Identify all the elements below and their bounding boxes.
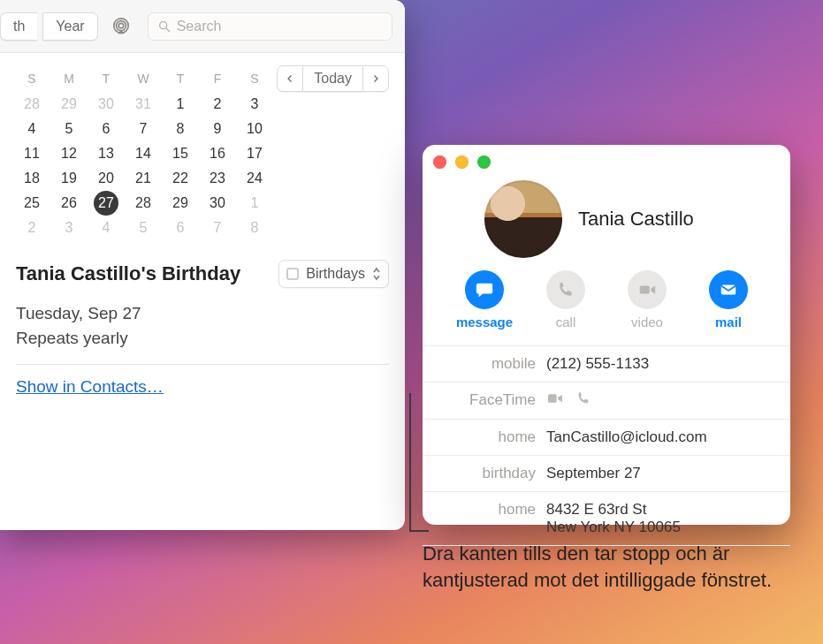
day-cell[interactable]: 8	[164, 117, 196, 141]
field-value[interactable]: TanCastillo@icloud.com	[546, 428, 774, 446]
day-cell[interactable]: 11	[16, 141, 48, 166]
day-cell[interactable]: 6	[90, 117, 122, 141]
field-value[interactable]: 8432 E 63rd St New York NY 10065	[546, 501, 774, 536]
facetime-audio-icon[interactable]	[576, 391, 591, 410]
day-cell[interactable]: 2	[202, 92, 233, 117]
day-cell[interactable]: 31	[127, 92, 159, 117]
avatar[interactable]	[484, 180, 562, 258]
mail-label: mail	[715, 314, 742, 330]
day-cell[interactable]: 26	[53, 191, 85, 216]
field-home-email: home TanCastillo@icloud.com	[423, 419, 790, 455]
day-cell[interactable]: 3	[239, 92, 271, 117]
airplay-icon[interactable]	[109, 14, 133, 39]
day-cell[interactable]: 5	[127, 216, 159, 240]
day-cell[interactable]: 5	[53, 117, 85, 141]
divider	[16, 364, 389, 365]
dow-label: S	[239, 72, 271, 86]
dow-label: T	[90, 72, 122, 86]
day-cell[interactable]: 12	[53, 141, 85, 166]
dow-label: F	[202, 72, 233, 86]
week-row: 2526272829301	[16, 191, 389, 216]
day-cell[interactable]: 4	[90, 216, 122, 240]
field-label: home	[423, 428, 546, 446]
day-cell[interactable]: 3	[53, 216, 85, 240]
call-action[interactable]: call	[535, 270, 597, 330]
field-label: mobile	[423, 355, 546, 373]
day-cell[interactable]: 8	[239, 216, 271, 240]
svg-rect-7	[548, 394, 557, 403]
video-action[interactable]: video	[616, 270, 678, 330]
close-window-button[interactable]	[433, 155, 446, 169]
day-cell[interactable]: 1	[164, 92, 196, 117]
facetime-video-icon[interactable]	[546, 391, 564, 410]
day-cell[interactable]: 14	[127, 141, 159, 166]
day-cell[interactable]: 24	[239, 166, 271, 191]
day-cell[interactable]: 29	[164, 191, 196, 216]
day-cell[interactable]: 23	[202, 166, 233, 191]
day-cell[interactable]: 25	[16, 191, 48, 216]
day-cell[interactable]: 4	[16, 117, 48, 141]
week-row: 28293031123	[16, 92, 389, 117]
search-icon	[157, 19, 171, 34]
view-month-button[interactable]: th	[0, 12, 37, 41]
calendar-toolbar: th Year Search	[0, 0, 405, 53]
day-cell[interactable]: 28	[16, 92, 48, 117]
day-cell[interactable]: 1	[239, 191, 271, 216]
chevron-right-icon	[370, 73, 381, 84]
event-date: Tuesday, Sep 27	[16, 304, 389, 323]
svg-line-4	[166, 28, 170, 32]
day-cell[interactable]: 21	[127, 166, 159, 191]
field-facetime: FaceTime	[423, 382, 790, 419]
facetime-icons	[546, 391, 774, 410]
today-button[interactable]: Today	[303, 65, 362, 92]
day-cell[interactable]: 16	[202, 141, 233, 166]
day-cell[interactable]: 15	[164, 141, 196, 166]
day-cell[interactable]: 17	[239, 141, 271, 166]
day-cell[interactable]: 6	[164, 216, 196, 240]
day-cell[interactable]: 7	[202, 216, 233, 240]
day-cell[interactable]: 28	[127, 191, 159, 216]
today-cell[interactable]: 27	[94, 191, 118, 216]
day-cell[interactable]: 10	[239, 117, 271, 141]
day-cell[interactable]: 18	[16, 166, 48, 191]
calendar-tag-label: Birthdays	[306, 266, 365, 282]
day-cell[interactable]: 7	[127, 117, 159, 141]
contacts-window: Tania Castillo message call video	[423, 145, 790, 525]
day-cell[interactable]: 30	[90, 92, 122, 117]
day-cell[interactable]: 19	[53, 166, 85, 191]
day-cell[interactable]: 20	[90, 166, 122, 191]
show-in-contacts-link[interactable]: Show in Contacts…	[16, 377, 164, 396]
field-birthday: birthday September 27	[423, 455, 790, 491]
next-month-button[interactable]	[362, 65, 389, 92]
svg-point-0	[118, 23, 124, 27]
day-cell[interactable]: 22	[164, 166, 196, 191]
mini-calendar-head: SMTWTFS Today	[16, 65, 389, 92]
search-field[interactable]: Search	[148, 12, 392, 41]
callout-text: Dra kanten tills den tar stopp och är ka…	[423, 541, 794, 593]
message-action[interactable]: message	[453, 270, 515, 330]
week-row: 2345678	[16, 216, 389, 240]
prev-month-button[interactable]	[277, 65, 303, 92]
day-cell[interactable]: 30	[202, 191, 233, 216]
view-year-button[interactable]: Year	[42, 12, 97, 41]
minimize-window-button[interactable]	[455, 155, 469, 169]
mail-action[interactable]: mail	[697, 270, 759, 330]
day-cell[interactable]: 2	[16, 216, 48, 240]
search-placeholder: Search	[177, 19, 383, 34]
dow-label: T	[164, 72, 196, 86]
day-cell[interactable]: 13	[90, 141, 122, 166]
address-line2: New York NY 10065	[546, 519, 774, 536]
zoom-window-button[interactable]	[477, 155, 491, 169]
day-cell[interactable]: 9	[202, 117, 233, 141]
event-repeats: Repeats yearly	[16, 329, 389, 348]
day-cell[interactable]: 29	[53, 92, 85, 117]
week-row: 18192021222324	[16, 166, 389, 191]
field-value[interactable]: (212) 555-1133	[546, 355, 774, 373]
phone-icon	[546, 270, 585, 309]
message-icon	[465, 270, 504, 309]
calendar-tag-select[interactable]: Birthdays	[278, 260, 389, 288]
svg-point-3	[159, 21, 166, 28]
event-title: Tania Castillo's Birthday	[16, 262, 240, 285]
week-row: 11121314151617	[16, 141, 389, 166]
address-line1: 8432 E 63rd St	[546, 501, 774, 519]
